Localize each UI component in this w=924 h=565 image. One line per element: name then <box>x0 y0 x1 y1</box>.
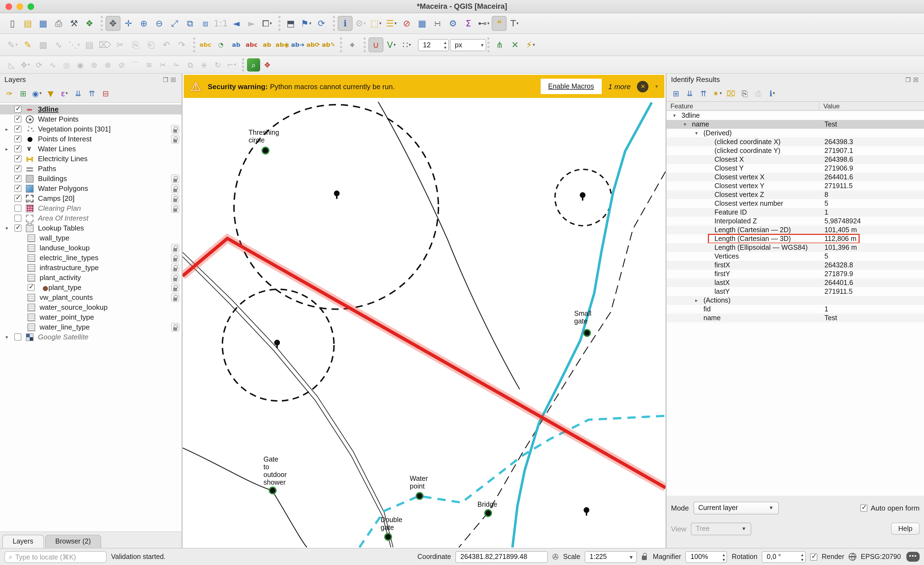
statistics[interactable]: ∺ <box>430 16 445 31</box>
delete-selected[interactable]: ⌦ <box>98 38 112 52</box>
layer-visibility-checkbox[interactable] <box>14 125 21 132</box>
zoom-window-button[interactable] <box>27 3 34 10</box>
show-layout-manager[interactable]: ⚒ <box>66 16 81 31</box>
new-map-view[interactable]: ⧠▾ <box>260 16 274 31</box>
value-column-header[interactable]: Value <box>824 102 840 110</box>
identify-result-row[interactable]: Length (Cartesian — 2D) 101,405 m <box>667 225 924 234</box>
messages-icon[interactable]: ••• <box>906 552 920 562</box>
copy-features[interactable]: ⎘ <box>128 38 143 52</box>
enable-snapping[interactable]: ∪ <box>369 38 383 52</box>
refresh[interactable]: ⟳ <box>314 16 329 31</box>
feature-column-header[interactable]: Feature <box>670 102 693 110</box>
expander-icon[interactable] <box>684 120 690 129</box>
layer-row[interactable]: water_point_type <box>0 313 182 322</box>
identify-result-row[interactable]: Interpolated Z 5,98748924 <box>667 217 924 225</box>
coordinate-input[interactable]: 264381.82,271899.48 <box>455 551 548 562</box>
open-attribute-table[interactable]: ▦ <box>415 16 429 31</box>
enable-macros-button[interactable]: Enable Macros <box>540 79 602 94</box>
add-ring[interactable]: ◎ <box>60 58 73 71</box>
identify-result-row[interactable]: firstY 271879.9 <box>667 270 924 278</box>
cut-features[interactable]: ✂ <box>113 38 128 52</box>
select-features[interactable]: ⬚▾ <box>369 16 383 31</box>
layer-row[interactable]: Paths <box>0 164 182 174</box>
toggle-editing[interactable]: ✎ <box>20 38 35 52</box>
identify-result-row[interactable]: Closest vertex Z 8 <box>667 190 924 199</box>
layer-row[interactable]: vw_plant_counts <box>0 293 182 303</box>
print-response[interactable]: ⎙ <box>752 87 765 99</box>
layer-row[interactable]: Water Points <box>0 114 182 124</box>
layer-row[interactable]: Vegetation points [301] <box>0 124 182 134</box>
close-panel-icon[interactable]: ☒ <box>171 77 178 83</box>
more-warnings-link[interactable]: 1 more <box>608 82 631 90</box>
geosearch-plugin[interactable]: ⌕ <box>247 58 260 71</box>
layer-visibility-checkbox[interactable] <box>14 185 21 192</box>
reshape-features[interactable]: ⌒ <box>129 58 142 71</box>
add-group[interactable]: ⊞ <box>17 87 29 99</box>
identify-result-row[interactable]: Closest Y 271906.9 <box>667 164 924 173</box>
expander-icon[interactable] <box>6 332 12 342</box>
layer-visibility-checkbox[interactable] <box>14 334 21 341</box>
merge-features[interactable]: ⧉ <box>184 58 197 71</box>
layer-row[interactable]: Electricity Lines <box>0 154 182 164</box>
layer-labeling[interactable]: abc <box>198 38 213 52</box>
new-project[interactable]: ▯ <box>5 16 20 31</box>
remove-layer[interactable]: ⊟ <box>99 87 112 99</box>
stepper-arrows-icon[interactable]: ▲▼ <box>800 552 804 562</box>
close-panel-icon[interactable]: ☒ <box>913 77 921 83</box>
filter-by-expression[interactable]: ε▾ <box>58 87 70 99</box>
minimize-window-button[interactable] <box>16 3 23 10</box>
identify-result-row[interactable]: (Actions) <box>667 296 924 305</box>
modify-attributes[interactable]: ▤ <box>82 38 97 52</box>
layer-row[interactable]: plant_type <box>0 283 182 293</box>
text-annotation[interactable]: T▾ <box>507 16 522 31</box>
profile-plugin[interactable]: ❖ <box>261 58 274 71</box>
processing-toolbox[interactable]: ⚙ <box>446 16 460 31</box>
identify-by-click[interactable]: ℹ▾ <box>766 87 778 99</box>
layer-row[interactable]: Google Satellite <box>0 332 182 342</box>
identify-result-row[interactable]: name Test <box>667 314 924 322</box>
render-checkbox[interactable] <box>810 553 817 560</box>
collapse-tree[interactable]: ⇈ <box>698 87 710 99</box>
layer-visibility-checkbox[interactable] <box>14 215 21 222</box>
rotate-feature[interactable]: ⟳ <box>33 58 46 71</box>
advanced-digitizing-dock[interactable]: ⌖ <box>345 38 360 52</box>
new-3d-map-view[interactable]: ⬒ <box>283 16 298 31</box>
layer-visibility-checkbox[interactable] <box>14 224 21 231</box>
merge-attributes[interactable]: ⧺ <box>198 58 211 71</box>
layer-row[interactable]: Points of Interest <box>0 134 182 144</box>
identify-result-row[interactable]: Vertices 5 <box>667 252 924 261</box>
panel-tab[interactable]: Layers <box>2 535 44 548</box>
identify-result-row[interactable]: fid 1 <box>667 305 924 314</box>
layer-visibility-checkbox[interactable] <box>14 205 21 212</box>
topological-editing[interactable]: ⋔ <box>492 38 507 52</box>
identify-result-row[interactable]: firstX 264328.8 <box>667 261 924 270</box>
identify-result-row[interactable]: Length (Ellipsoidal — WGS84) 101,396 m <box>667 243 924 252</box>
identify-result-row[interactable]: name Test <box>667 120 924 129</box>
copy-feature[interactable]: ⎘ <box>739 87 751 99</box>
vertex-tool[interactable]: ⋱▾ <box>66 38 81 52</box>
identify-result-row[interactable]: Closest vertex X 264401.6 <box>667 173 924 182</box>
pan-to-selection[interactable]: ✛ <box>121 16 136 31</box>
save-layer-edits[interactable]: ▦ <box>36 38 51 52</box>
identify-result-row[interactable]: 3dline <box>667 111 924 120</box>
identify-features[interactable]: ℹ <box>338 16 352 31</box>
view-select[interactable]: Tree▼ <box>691 522 751 535</box>
column-divider[interactable] <box>819 102 819 110</box>
layer-row[interactable]: water_line_type <box>0 322 182 332</box>
snapping-intersection[interactable]: ✕ <box>508 38 522 52</box>
magnifier-input[interactable]: 100%▲▼ <box>686 551 728 562</box>
layer-visibility-checkbox[interactable] <box>14 155 21 162</box>
undo[interactable]: ↶ <box>159 38 174 52</box>
delete-part[interactable]: ⊘ <box>115 58 128 71</box>
float-panel-icon[interactable]: ❐ <box>906 77 913 83</box>
crs-globe-icon[interactable] <box>849 553 856 560</box>
mode-select[interactable]: Current layer▼ <box>693 502 778 514</box>
expand-new-results[interactable]: ✶▾ <box>711 87 723 99</box>
layer-row[interactable]: water_source_lookup <box>0 303 182 313</box>
zoom-to-selection[interactable]: ⧈ <box>198 16 213 31</box>
open-layer-styling[interactable]: ✑ <box>3 87 15 99</box>
paste-features[interactable]: ⎗ <box>144 38 158 52</box>
layer-row[interactable]: Water Lines <box>0 144 182 154</box>
add-part[interactable]: ◉ <box>74 58 87 71</box>
layer-visibility-checkbox[interactable] <box>14 116 21 123</box>
